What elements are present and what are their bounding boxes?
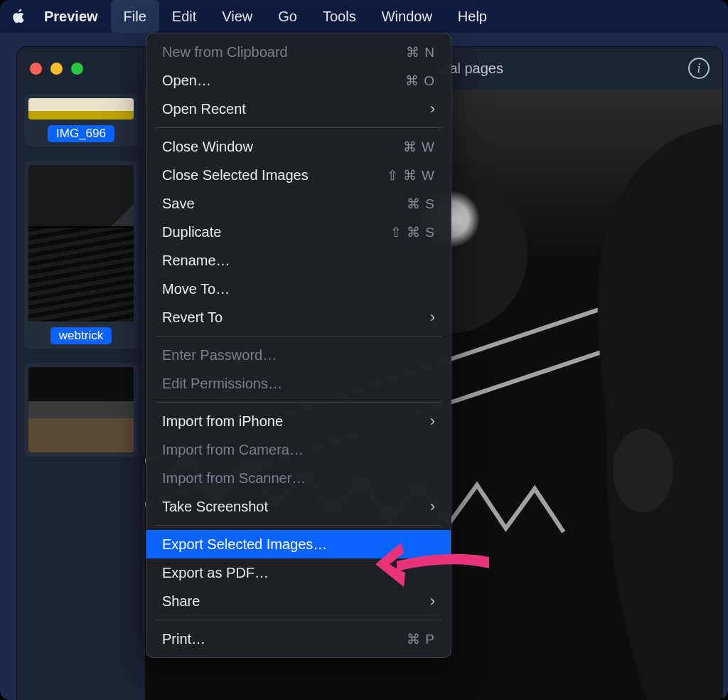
- menu-item: Edit Permissions…: [146, 369, 451, 398]
- menubar-item-edit[interactable]: Edit: [159, 0, 209, 33]
- menu-item-label: Take Screenshot: [162, 499, 430, 515]
- menu-item[interactable]: Save⌘ S: [146, 189, 451, 218]
- menubar: Preview File Edit View Go Tools Window H…: [0, 0, 728, 33]
- menubar-item-view[interactable]: View: [209, 0, 265, 33]
- thumbnail-item[interactable]: IMG_696: [24, 94, 138, 147]
- menu-separator: [155, 127, 442, 128]
- menu-item-label: Close Window: [162, 139, 403, 155]
- menu-item: New from Clipboard⌘ N: [146, 38, 451, 66]
- menubar-item-help[interactable]: Help: [445, 0, 500, 33]
- menu-item-shortcut: ⌘ P: [407, 631, 435, 647]
- menu-item-label: Edit Permissions…: [162, 376, 435, 392]
- menu-item-label: Enter Password…: [162, 347, 435, 364]
- menu-item-label: Import from Scanner…: [162, 470, 435, 487]
- menu-item[interactable]: Close Window⌘ W: [146, 132, 451, 161]
- svg-point-5: [613, 429, 673, 513]
- menu-item-shortcut: ⌘ W: [403, 139, 435, 155]
- menu-item-label: Open Recent: [162, 101, 430, 117]
- thumbnail-label: webtrick: [50, 327, 112, 344]
- apple-menu[interactable]: [7, 9, 31, 24]
- screen: Preview File Edit View Go Tools Window H…: [0, 0, 728, 700]
- menu-item-label: Close Selected Images: [162, 167, 387, 184]
- menu-item[interactable]: Revert To›: [146, 303, 451, 332]
- menu-separator: [155, 402, 442, 403]
- menubar-item-go[interactable]: Go: [265, 0, 310, 33]
- menu-item-label: Revert To: [162, 309, 430, 326]
- menu-item-label: New from Clipboard: [162, 44, 406, 60]
- menu-item[interactable]: Duplicate⇧ ⌘ S: [146, 218, 451, 246]
- menu-item-label: Save: [162, 196, 407, 212]
- menubar-item-file[interactable]: File: [111, 0, 159, 33]
- menu-item[interactable]: Export as PDF…: [146, 558, 451, 587]
- menu-item-label: Import from iPhone: [162, 413, 430, 430]
- menu-item: Import from Camera…: [146, 435, 451, 464]
- menu-item[interactable]: Share›: [146, 587, 451, 615]
- zoom-button[interactable]: [71, 63, 83, 75]
- window-controls: [30, 63, 83, 75]
- file-menu-dropdown: New from Clipboard⌘ NOpen…⌘ OOpen Recent…: [146, 33, 451, 658]
- info-icon[interactable]: i: [688, 58, 710, 79]
- menu-item-shortcut: ⇧ ⌘ S: [390, 224, 435, 240]
- menu-separator: [155, 336, 442, 336]
- menu-item-label: Open…: [162, 73, 405, 89]
- thumbnail-item[interactable]: webtrick: [24, 161, 138, 349]
- chevron-right-icon: ›: [430, 412, 435, 430]
- menu-separator: [155, 525, 442, 526]
- menubar-item-window[interactable]: Window: [369, 0, 445, 33]
- menu-item-shortcut: ⌘ S: [407, 196, 435, 212]
- thumbnail-label: IMG_696: [48, 125, 114, 142]
- menu-item[interactable]: Export Selected Images…: [146, 530, 451, 558]
- chevron-right-icon: ›: [430, 497, 435, 516]
- menu-item[interactable]: Rename…: [146, 246, 451, 275]
- menu-item-label: Print…: [162, 631, 407, 647]
- menu-item-label: Export Selected Images…: [162, 536, 435, 553]
- menu-item-label: Move To…: [162, 281, 435, 297]
- chevron-right-icon: ›: [430, 592, 435, 610]
- menubar-app-name[interactable]: Preview: [31, 0, 111, 33]
- thumbnail-sidebar[interactable]: IMG_696 webtrick: [17, 90, 145, 700]
- menu-item-label: Export as PDF…: [162, 565, 435, 581]
- menu-item[interactable]: Close Selected Images⇧ ⌘ W: [146, 161, 451, 189]
- thumbnail-image: [28, 165, 134, 322]
- menu-item[interactable]: Import from iPhone›: [146, 407, 451, 435]
- thumbnail-image: [28, 367, 134, 452]
- minimize-button[interactable]: [50, 63, 63, 75]
- menu-item-label: Duplicate: [162, 224, 390, 240]
- menu-item[interactable]: Print…⌘ P: [146, 625, 451, 653]
- menu-item[interactable]: Move To…: [146, 275, 451, 303]
- menu-item[interactable]: Open Recent›: [146, 95, 451, 123]
- chevron-right-icon: ›: [430, 308, 435, 327]
- thumbnail-item[interactable]: [24, 363, 138, 457]
- menu-item-shortcut: ⌘ N: [406, 44, 435, 60]
- menu-item: Enter Password…: [146, 341, 451, 369]
- menu-item-label: Import from Camera…: [162, 442, 435, 458]
- menu-item-label: Share: [162, 593, 430, 610]
- menu-item: Import from Scanner…: [146, 464, 451, 492]
- chevron-right-icon: ›: [430, 100, 435, 118]
- menu-item[interactable]: Take Screenshot›: [146, 492, 451, 521]
- close-button[interactable]: [30, 63, 42, 75]
- menu-item[interactable]: Open…⌘ O: [146, 66, 451, 95]
- menu-separator: [155, 620, 442, 620]
- menu-item-shortcut: ⇧ ⌘ W: [387, 167, 436, 184]
- menu-item-shortcut: ⌘ O: [405, 73, 435, 89]
- menubar-item-tools[interactable]: Tools: [310, 0, 369, 33]
- menu-item-label: Rename…: [162, 253, 435, 269]
- thumbnail-image: [28, 98, 134, 120]
